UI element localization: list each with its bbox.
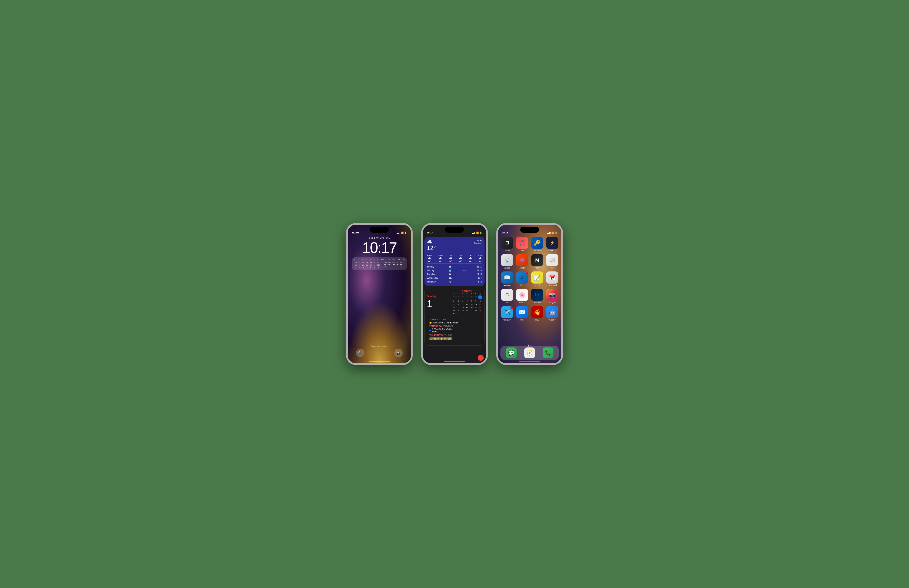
- wifi-icon: 📶: [401, 231, 404, 234]
- camera-icon: 📷: [396, 351, 400, 355]
- cal-today-label: Saturday: [427, 295, 436, 297]
- unread-icon: 📡: [501, 254, 513, 266]
- mail-icon: ✉️: [516, 306, 528, 318]
- app-hey[interactable]: 👋 HEY: [531, 306, 544, 321]
- cal-big-date: 1: [427, 299, 436, 309]
- app-news[interactable]: 📰 News: [546, 254, 559, 269]
- app-grid: ⊞ Calcbot 🎵 Music 🔑 1Pass: [500, 237, 560, 321]
- safari-dock-icon: 🧭: [524, 347, 535, 358]
- tweetbot-icon: 🤖: [546, 306, 558, 318]
- phone-3: 10:18 📶 🔋: [496, 223, 563, 365]
- camera-button[interactable]: 📷: [394, 349, 403, 357]
- birthday-icon: 🎁: [429, 321, 432, 324]
- event-birthday: 🎁 Tanya Fehr's 30th Birthday: [429, 321, 480, 324]
- app-instagram[interactable]: 📷 Instagram: [546, 289, 559, 304]
- battery-icon-3: 🔋: [555, 231, 557, 234]
- app-fantastical[interactable]: 📅 Fantastical: [546, 271, 559, 286]
- 1password-icon: 🔑: [531, 237, 543, 249]
- signal-icon: [397, 232, 400, 234]
- home-indicator-2: [444, 361, 465, 362]
- event-compost: Compost (green cart): [429, 337, 480, 340]
- lock-calendar-widget[interactable]: SMTWTFS 10P11P12A1A2A 18192021222324 252…: [352, 257, 407, 270]
- app-dayone[interactable]: 📖 Day One: [501, 271, 514, 286]
- app-calcbot[interactable]: ⊞ Calcbot: [501, 237, 514, 252]
- events-section: TODAY 2022-10-01 🎁 Tanya Fehr's 30th Bir…: [427, 317, 482, 343]
- flashlight-button[interactable]: 🔦: [356, 349, 364, 357]
- telegram-icon: ✈️ 1: [501, 306, 513, 318]
- lock-bottom: Swipe up to open 🔦 📷: [348, 345, 411, 357]
- weather-condition-icon: ☁️: [427, 239, 436, 244]
- matter-label: Matter: [534, 267, 540, 269]
- weather-widget[interactable]: ☁️ 12° 15↑ 8↓ Morden 11 PM☁️11° 12 AM☁️1…: [425, 237, 484, 286]
- app-tweetbot[interactable]: 🤖 Tweetbot: [546, 306, 559, 321]
- notes-label: Notes: [534, 284, 540, 286]
- things-icon: ✓ 7: [516, 271, 528, 284]
- app-matter[interactable]: M Matter: [531, 254, 544, 269]
- app-things[interactable]: ✓ 7 Things: [515, 271, 529, 286]
- phone-dock-icon: 📞: [542, 347, 554, 358]
- notes-icon: 📝: [531, 271, 543, 284]
- carrot-icon: ⚡: [546, 237, 558, 249]
- app-notes[interactable]: 📝 Notes: [531, 271, 544, 286]
- home-screen-bg: 10:18 📶 🔋: [498, 225, 561, 363]
- photos-icon: 🌸: [516, 289, 528, 301]
- dynamic-island: [370, 227, 389, 233]
- lightroom-icon: Lr: [531, 289, 543, 301]
- music-icon: 🎵: [516, 237, 528, 249]
- dock-safari[interactable]: 🧭: [524, 347, 535, 358]
- signal-icon-2: [472, 232, 475, 234]
- app-lightroom[interactable]: Lr Lightroom: [531, 289, 544, 304]
- telegram-badge: 1: [510, 306, 513, 309]
- compost-pill: Compost (green cart): [429, 337, 452, 340]
- home-screen-content: ⊞ Calcbot 🎵 Music 🔑 1Pass: [498, 235, 561, 325]
- flashlight-icon: 🔦: [358, 351, 362, 355]
- weather-hourly: 11 PM☁️11° 12 AM☁️11° 1 AM☁️12° 2 AM☁️11…: [427, 253, 482, 262]
- calendar-widget[interactable]: Saturday 1 OCTOBER SMTWTFS 2526272829301…: [425, 288, 484, 346]
- app-photos[interactable]: 🌸 Photos: [515, 289, 529, 304]
- app-carrot[interactable]: ⚡ CARROT: [546, 237, 559, 252]
- app-1password[interactable]: 🔑 1Password: [531, 237, 544, 252]
- calcbot-icon: ⊞: [501, 237, 513, 249]
- add-event-button[interactable]: +: [478, 355, 484, 361]
- fantastical-label: Fantastical: [547, 284, 557, 286]
- dynamic-island-3: [520, 227, 539, 233]
- dock-messages[interactable]: 💬: [506, 347, 517, 358]
- dayone-icon: 📖: [501, 271, 513, 284]
- fantastical-icon: 📅: [546, 271, 558, 284]
- news-label: News: [550, 267, 555, 269]
- apollo-label: Apollo: [520, 267, 525, 269]
- cal-headers: SMTWTFS 10P11P12A1A2A: [354, 259, 405, 261]
- things-badge: 7: [525, 271, 528, 275]
- mail-label: Mail: [520, 319, 524, 321]
- unread-label: Unread: [504, 267, 510, 269]
- music-label: Music: [520, 250, 525, 252]
- wifi-icon-3: 📶: [551, 231, 554, 234]
- app-unread[interactable]: 📡 Unread: [501, 254, 514, 269]
- app-apollo[interactable]: 👾 Apollo: [515, 254, 529, 269]
- cal-month-grid: OCTOBER SMTWTFS 2526272829301 2345678 91…: [452, 290, 482, 315]
- dock-phone[interactable]: 📞: [542, 347, 554, 358]
- app-music[interactable]: 🎵 Music: [515, 237, 529, 252]
- lock-screen-bg: TELUS 📶 🔋 Sat 1 ☔ 2% · 0.1 10:17: [348, 225, 411, 363]
- weather-temp: 12°: [427, 245, 436, 251]
- dayone-label: Day One: [503, 284, 511, 286]
- status-icons-3: 📶 🔋: [547, 231, 557, 234]
- hey-label: HEY: [535, 319, 539, 321]
- weather-daily: Sunday⛅2110 Monday💧46%2111 Tuesday⛅1911 …: [427, 263, 482, 284]
- app-telegram[interactable]: ✈️ 1 Telegram: [501, 306, 514, 321]
- swipe-hint: Swipe up to open: [348, 345, 411, 347]
- time-label-3: 10:18: [502, 231, 508, 234]
- dynamic-island-2: [445, 227, 464, 233]
- weather-hi-lo: 15↑ 8↓: [474, 239, 482, 242]
- lock-icons: 🔦 📷: [348, 349, 411, 357]
- status-icons-2: 📶 🔋: [472, 231, 482, 234]
- carrier-label: TELUS: [352, 231, 359, 234]
- wifi-icon-2: 📶: [476, 231, 479, 234]
- dock: 💬 🧭 📞: [501, 346, 559, 360]
- instagram-label: Instagram: [548, 302, 556, 304]
- calcbot-label: Calcbot: [504, 250, 510, 252]
- 1password-label: 1Password: [533, 250, 542, 252]
- battery-icon: 🔋: [404, 231, 407, 234]
- app-mail[interactable]: ✉️ Mail: [515, 306, 529, 321]
- app-glass[interactable]: G Glass: [501, 289, 514, 304]
